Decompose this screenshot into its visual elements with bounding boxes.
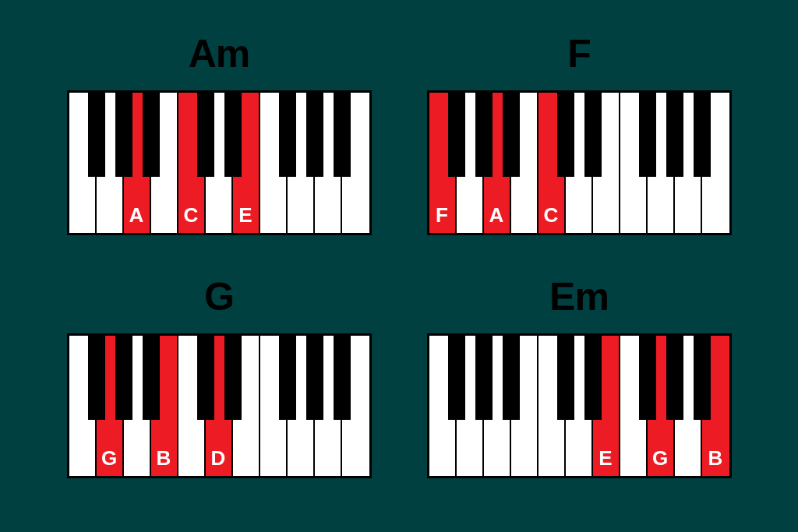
note-label: C (544, 205, 559, 225)
note-label: E (238, 205, 252, 225)
chord-name: G (204, 274, 234, 319)
white-key-a (484, 336, 511, 476)
white-key-b (151, 93, 178, 233)
white-key-f (69, 93, 97, 233)
white-key-a: A (484, 93, 511, 233)
white-key-a: A (124, 93, 151, 233)
white-key-b (702, 93, 729, 233)
note-label: B (157, 448, 171, 468)
white-keys-row: FAC (429, 93, 729, 233)
white-key-g (457, 93, 484, 233)
chord-diagram-grid: Am ACE F FAC G GBD Em EGB (0, 0, 798, 532)
white-key-f (620, 336, 648, 476)
chord-name: Em (549, 274, 609, 319)
white-key-c (538, 336, 566, 476)
chord-panel-em: Em EGB (415, 274, 743, 486)
keyboard: EGB (427, 333, 732, 478)
white-key-a (124, 336, 151, 476)
white-key-c: C (538, 93, 566, 233)
white-key-g: G (648, 336, 675, 476)
white-key-a (675, 93, 702, 233)
keyboard: GBD (67, 333, 372, 478)
chord-name: Am (189, 31, 250, 76)
white-key-g (97, 93, 124, 233)
chord-panel-f: F FAC (415, 31, 743, 243)
white-key-d (566, 93, 593, 233)
white-keys-row: GBD (69, 336, 369, 476)
white-key-c (178, 336, 206, 476)
chord-panel-g: G GBD (55, 274, 383, 486)
white-key-f (69, 336, 97, 476)
keyboard: FAC (427, 90, 732, 235)
white-key-b (511, 93, 538, 233)
white-keys-row: ACE (69, 93, 369, 233)
white-key-e (593, 93, 620, 233)
white-key-b (511, 336, 538, 476)
chord-panel-am: Am ACE (55, 31, 383, 243)
white-key-a (315, 93, 342, 233)
white-key-e: E (233, 93, 260, 233)
chord-name: F (567, 31, 591, 76)
white-key-g (648, 93, 675, 233)
white-key-f: F (429, 93, 457, 233)
note-label: G (652, 448, 668, 468)
note-label: A (129, 205, 144, 225)
white-key-b: B (702, 336, 729, 476)
white-key-f (260, 336, 288, 476)
white-key-b (342, 336, 369, 476)
white-key-e: E (593, 336, 620, 476)
white-key-b: B (151, 336, 178, 476)
note-label: G (101, 448, 117, 468)
white-key-f (429, 336, 457, 476)
white-key-g (288, 93, 315, 233)
white-key-g (288, 336, 315, 476)
white-keys-row: EGB (429, 336, 729, 476)
white-key-g: G (97, 336, 124, 476)
note-label: D (211, 448, 226, 468)
white-key-b (342, 93, 369, 233)
white-key-f (260, 93, 288, 233)
keyboard: ACE (67, 90, 372, 235)
note-label: E (598, 448, 612, 468)
white-key-d (206, 93, 233, 233)
white-key-d (566, 336, 593, 476)
white-key-c: C (178, 93, 206, 233)
white-key-g (457, 336, 484, 476)
note-label: C (184, 205, 199, 225)
note-label: B (708, 448, 723, 468)
note-label: F (436, 205, 448, 225)
white-key-a (675, 336, 702, 476)
white-key-e (233, 336, 260, 476)
white-key-d: D (206, 336, 233, 476)
white-key-a (315, 336, 342, 476)
note-label: A (489, 205, 504, 225)
white-key-f (620, 93, 648, 233)
